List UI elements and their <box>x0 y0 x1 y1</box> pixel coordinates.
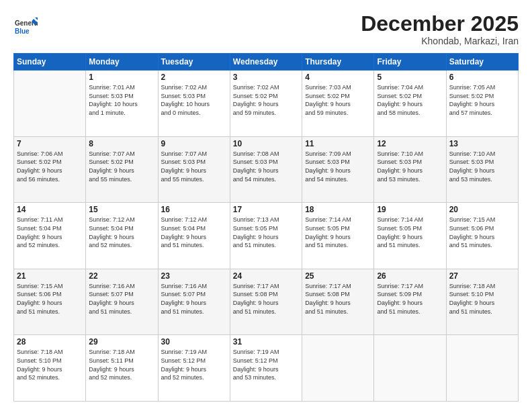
day-info: Sunrise: 7:01 AM Sunset: 5:03 PM Dayligh… <box>89 83 154 117</box>
week-row-2: 7Sunrise: 7:06 AM Sunset: 5:02 PM Daylig… <box>14 136 519 203</box>
calendar-cell: 10Sunrise: 7:08 AM Sunset: 5:03 PM Dayli… <box>230 136 302 203</box>
day-info: Sunrise: 7:07 AM Sunset: 5:03 PM Dayligh… <box>161 150 227 183</box>
calendar-cell: 9Sunrise: 7:07 AM Sunset: 5:03 PM Daylig… <box>158 136 230 203</box>
day-header-friday: Friday <box>374 54 446 71</box>
week-row-3: 14Sunrise: 7:11 AM Sunset: 5:04 PM Dayli… <box>14 203 519 269</box>
calendar-cell: 21Sunrise: 7:15 AM Sunset: 5:06 PM Dayli… <box>14 269 86 335</box>
calendar-cell <box>302 335 374 402</box>
day-header-sunday: Sunday <box>14 54 86 71</box>
sub-title: Khondab, Markazi, Iran <box>361 36 519 46</box>
calendar-cell: 26Sunrise: 7:17 AM Sunset: 5:09 PM Dayli… <box>374 269 446 335</box>
calendar-cell: 1Sunrise: 7:01 AM Sunset: 5:03 PM Daylig… <box>86 71 158 137</box>
calendar-cell: 22Sunrise: 7:16 AM Sunset: 5:07 PM Dayli… <box>86 269 158 335</box>
day-info: Sunrise: 7:15 AM Sunset: 5:06 PM Dayligh… <box>449 216 515 249</box>
calendar-cell: 27Sunrise: 7:18 AM Sunset: 5:10 PM Dayli… <box>446 269 518 335</box>
calendar-cell: 19Sunrise: 7:14 AM Sunset: 5:05 PM Dayli… <box>374 203 446 269</box>
day-info: Sunrise: 7:18 AM Sunset: 5:11 PM Dayligh… <box>89 348 154 381</box>
day-number: 13 <box>449 139 515 148</box>
day-info: Sunrise: 7:09 AM Sunset: 5:03 PM Dayligh… <box>305 150 371 183</box>
title-area: December 2025 Khondab, Markazi, Iran <box>361 12 519 46</box>
day-info: Sunrise: 7:17 AM Sunset: 5:08 PM Dayligh… <box>233 282 299 316</box>
day-number: 6 <box>449 73 515 82</box>
day-number: 18 <box>305 205 371 214</box>
day-header-wednesday: Wednesday <box>230 54 302 71</box>
day-info: Sunrise: 7:14 AM Sunset: 5:05 PM Dayligh… <box>305 216 371 249</box>
day-header-tuesday: Tuesday <box>158 54 230 71</box>
day-number: 20 <box>449 205 515 214</box>
day-number: 29 <box>89 337 154 347</box>
day-info: Sunrise: 7:15 AM Sunset: 5:06 PM Dayligh… <box>17 282 83 316</box>
day-header-monday: Monday <box>86 54 158 71</box>
day-info: Sunrise: 7:12 AM Sunset: 5:04 PM Dayligh… <box>161 216 227 249</box>
day-info: Sunrise: 7:03 AM Sunset: 5:02 PM Dayligh… <box>305 83 371 117</box>
day-info: Sunrise: 7:08 AM Sunset: 5:03 PM Dayligh… <box>233 150 299 183</box>
day-header-saturday: Saturday <box>446 54 518 71</box>
calendar-table: SundayMondayTuesdayWednesdayThursdayFrid… <box>13 53 519 402</box>
day-number: 12 <box>377 139 443 148</box>
calendar-cell: 30Sunrise: 7:19 AM Sunset: 5:12 PM Dayli… <box>158 335 230 402</box>
svg-text:Blue: Blue <box>15 28 30 35</box>
calendar-cell: 13Sunrise: 7:10 AM Sunset: 5:03 PM Dayli… <box>446 136 518 203</box>
page: General Blue December 2025 Khondab, Mark… <box>0 0 532 411</box>
day-number: 21 <box>17 271 83 281</box>
day-info: Sunrise: 7:02 AM Sunset: 5:02 PM Dayligh… <box>233 83 299 117</box>
calendar-cell: 24Sunrise: 7:17 AM Sunset: 5:08 PM Dayli… <box>230 269 302 335</box>
day-number: 19 <box>377 205 443 214</box>
day-info: Sunrise: 7:13 AM Sunset: 5:05 PM Dayligh… <box>233 216 299 249</box>
day-number: 28 <box>17 337 83 347</box>
calendar-cell <box>374 335 446 402</box>
day-number: 3 <box>233 73 299 82</box>
day-info: Sunrise: 7:18 AM Sunset: 5:10 PM Dayligh… <box>449 282 515 316</box>
day-number: 7 <box>17 139 83 148</box>
day-info: Sunrise: 7:16 AM Sunset: 5:07 PM Dayligh… <box>161 282 227 316</box>
calendar-cell <box>446 335 518 402</box>
day-info: Sunrise: 7:17 AM Sunset: 5:08 PM Dayligh… <box>305 282 371 316</box>
calendar-cell: 18Sunrise: 7:14 AM Sunset: 5:05 PM Dayli… <box>302 203 374 269</box>
day-number: 16 <box>161 205 227 214</box>
calendar-cell: 5Sunrise: 7:04 AM Sunset: 5:02 PM Daylig… <box>374 71 446 137</box>
calendar-cell: 16Sunrise: 7:12 AM Sunset: 5:04 PM Dayli… <box>158 203 230 269</box>
calendar-cell: 2Sunrise: 7:02 AM Sunset: 5:03 PM Daylig… <box>158 71 230 137</box>
header: General Blue December 2025 Khondab, Mark… <box>13 12 519 46</box>
day-info: Sunrise: 7:17 AM Sunset: 5:09 PM Dayligh… <box>377 282 443 316</box>
calendar-cell: 11Sunrise: 7:09 AM Sunset: 5:03 PM Dayli… <box>302 136 374 203</box>
calendar-cell: 31Sunrise: 7:19 AM Sunset: 5:12 PM Dayli… <box>230 335 302 402</box>
day-number: 27 <box>449 271 515 281</box>
day-info: Sunrise: 7:19 AM Sunset: 5:12 PM Dayligh… <box>233 348 299 381</box>
calendar-cell: 8Sunrise: 7:07 AM Sunset: 5:02 PM Daylig… <box>86 136 158 203</box>
day-number: 26 <box>377 271 443 281</box>
day-number: 30 <box>161 337 227 347</box>
calendar-cell: 17Sunrise: 7:13 AM Sunset: 5:05 PM Dayli… <box>230 203 302 269</box>
day-info: Sunrise: 7:04 AM Sunset: 5:02 PM Dayligh… <box>377 83 443 117</box>
week-row-1: 1Sunrise: 7:01 AM Sunset: 5:03 PM Daylig… <box>14 71 519 137</box>
calendar-cell: 12Sunrise: 7:10 AM Sunset: 5:03 PM Dayli… <box>374 136 446 203</box>
day-number: 4 <box>305 73 371 82</box>
day-number: 9 <box>161 139 227 148</box>
calendar-cell: 25Sunrise: 7:17 AM Sunset: 5:08 PM Dayli… <box>302 269 374 335</box>
day-info: Sunrise: 7:12 AM Sunset: 5:04 PM Dayligh… <box>89 216 154 249</box>
day-info: Sunrise: 7:11 AM Sunset: 5:04 PM Dayligh… <box>17 216 83 249</box>
week-row-4: 21Sunrise: 7:15 AM Sunset: 5:06 PM Dayli… <box>14 269 519 335</box>
day-info: Sunrise: 7:18 AM Sunset: 5:10 PM Dayligh… <box>17 348 83 381</box>
day-number: 31 <box>233 337 299 347</box>
day-number: 24 <box>233 271 299 281</box>
day-number: 25 <box>305 271 371 281</box>
day-number: 8 <box>89 139 154 148</box>
logo: General Blue <box>13 15 38 39</box>
calendar-header-row: SundayMondayTuesdayWednesdayThursdayFrid… <box>14 54 519 71</box>
day-number: 1 <box>89 73 154 82</box>
day-number: 22 <box>89 271 154 281</box>
day-info: Sunrise: 7:10 AM Sunset: 5:03 PM Dayligh… <box>449 150 515 183</box>
calendar-cell: 20Sunrise: 7:15 AM Sunset: 5:06 PM Dayli… <box>446 203 518 269</box>
day-info: Sunrise: 7:10 AM Sunset: 5:03 PM Dayligh… <box>377 150 443 183</box>
day-info: Sunrise: 7:16 AM Sunset: 5:07 PM Dayligh… <box>89 282 154 316</box>
day-number: 15 <box>89 205 154 214</box>
week-row-5: 28Sunrise: 7:18 AM Sunset: 5:10 PM Dayli… <box>14 335 519 402</box>
day-number: 17 <box>233 205 299 214</box>
day-info: Sunrise: 7:14 AM Sunset: 5:05 PM Dayligh… <box>377 216 443 249</box>
day-number: 10 <box>233 139 299 148</box>
day-info: Sunrise: 7:05 AM Sunset: 5:02 PM Dayligh… <box>449 83 515 117</box>
day-number: 23 <box>161 271 227 281</box>
logo-svg: General Blue <box>13 15 38 39</box>
calendar-cell: 15Sunrise: 7:12 AM Sunset: 5:04 PM Dayli… <box>86 203 158 269</box>
